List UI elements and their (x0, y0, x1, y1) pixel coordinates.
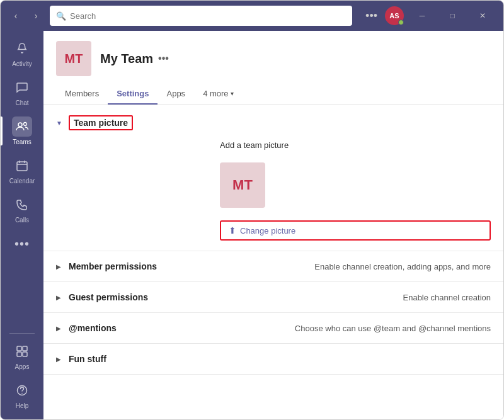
team-avatar: MT (56, 41, 91, 76)
teams-icon (12, 116, 32, 137)
team-options-button[interactable]: ••• (158, 53, 169, 64)
sidebar: Activity Chat (1, 31, 43, 419)
status-badge (398, 20, 404, 25)
svg-point-0 (18, 123, 22, 127)
expand-icon: ▶ (56, 263, 64, 270)
svg-rect-2 (17, 162, 27, 171)
upload-icon: ⬆ (229, 225, 236, 236)
sidebar-item-calls[interactable]: Calls (1, 190, 43, 229)
search-bar: 🔍 (50, 6, 352, 26)
sidebar-item-activity[interactable]: Activity (1, 33, 43, 72)
section-guest-permissions-title: Guest permissions (69, 292, 148, 302)
app-window: ‹ › 🔍 ••• AS ─ □ ✕ (0, 0, 504, 420)
help-icon (12, 380, 32, 400)
sidebar-item-apps[interactable]: Apps (1, 336, 43, 375)
tab-members[interactable]: Members (56, 84, 108, 105)
settings-panel: ▼ Team picture Add a team picture MT (43, 105, 503, 419)
nav-controls: ‹ › (7, 7, 45, 25)
team-header: MT My Team ••• Members Settings Apps 4 m… (43, 31, 503, 105)
sidebar-item-teams[interactable]: Teams (1, 111, 43, 150)
section-fun-stuff-title: Fun stuff (69, 354, 106, 364)
svg-point-1 (24, 123, 27, 126)
content-area: MT My Team ••• Members Settings Apps 4 m… (43, 31, 503, 419)
sidebar-item-calendar[interactable]: Calendar (1, 150, 43, 190)
chevron-down-icon: ▾ (231, 90, 234, 97)
section-team-picture-title: Team picture (69, 115, 133, 130)
title-bar-actions: ••• AS ─ □ ✕ (362, 6, 497, 25)
section-guest-permissions-header[interactable]: ▶ Guest permissions Enable channel creat… (43, 282, 503, 312)
search-input[interactable] (70, 11, 346, 21)
activity-icon (12, 38, 32, 59)
expand-icon: ▼ (56, 120, 64, 127)
sidebar-item-more[interactable]: ••• (1, 229, 43, 259)
tabs: Members Settings Apps 4 more ▾ (56, 84, 491, 105)
tab-settings[interactable]: Settings (108, 84, 158, 105)
calendar-icon (12, 156, 32, 176)
sidebar-item-help-label: Help (16, 402, 29, 409)
tab-apps[interactable]: Apps (158, 84, 194, 105)
team-info: MT My Team ••• (56, 41, 491, 76)
maximize-button[interactable]: □ (438, 6, 467, 25)
sidebar-item-activity-label: Activity (12, 60, 32, 67)
change-picture-button[interactable]: ⬆ Change picture (220, 220, 491, 241)
search-icon: 🔍 (56, 11, 66, 21)
expand-icon: ▶ (56, 356, 64, 363)
svg-rect-4 (23, 346, 27, 351)
more-icon: ••• (12, 234, 32, 254)
sidebar-divider (9, 333, 35, 334)
section-member-permissions-header[interactable]: ▶ Member permissions Enable channel crea… (43, 251, 503, 281)
calls-icon (12, 195, 32, 215)
svg-rect-5 (17, 352, 21, 356)
picture-preview: MT (220, 162, 265, 208)
back-button[interactable]: ‹ (7, 7, 25, 25)
sidebar-item-calls-label: Calls (15, 217, 29, 224)
section-member-permissions-title: Member permissions (69, 261, 157, 271)
section-team-picture-header[interactable]: ▼ Team picture (43, 105, 503, 140)
section-team-picture-content: Add a team picture MT ⬆ Change picture (43, 140, 503, 251)
section-guest-permissions: ▶ Guest permissions Enable channel creat… (43, 282, 503, 313)
sidebar-item-teams-label: Teams (13, 139, 31, 145)
svg-rect-3 (17, 346, 21, 351)
minimize-button[interactable]: ─ (408, 6, 437, 25)
forward-button[interactable]: › (27, 7, 45, 25)
section-fun-stuff-header[interactable]: ▶ Fun stuff (43, 344, 503, 374)
chat-icon (12, 77, 32, 98)
guest-permissions-description: Enable channel creation (403, 293, 491, 302)
mentions-description: Choose who can use @team and @channel me… (295, 324, 491, 333)
add-team-picture-label: Add a team picture (220, 140, 491, 150)
expand-icon: ▶ (56, 325, 64, 332)
section-team-picture: ▼ Team picture Add a team picture MT (43, 105, 503, 251)
section-mentions-title: @mentions (69, 323, 117, 333)
expand-icon: ▶ (56, 294, 64, 301)
section-fun-stuff: ▶ Fun stuff (43, 344, 503, 375)
sidebar-item-help[interactable]: Help (1, 375, 43, 414)
sidebar-item-apps-label: Apps (15, 363, 30, 370)
apps-icon (12, 341, 32, 361)
sidebar-item-calendar-label: Calendar (9, 178, 35, 184)
svg-rect-6 (23, 352, 27, 356)
team-picture-value-col: Add a team picture MT ⬆ Change picture (220, 140, 491, 241)
section-mentions-header[interactable]: ▶ @mentions Choose who can use @team and… (43, 313, 503, 343)
svg-point-8 (21, 393, 23, 394)
close-button[interactable]: ✕ (468, 6, 497, 25)
team-name: My Team ••• (100, 52, 169, 66)
section-mentions: ▶ @mentions Choose who can use @team and… (43, 313, 503, 344)
sidebar-item-chat[interactable]: Chat (1, 72, 43, 111)
window-controls: ─ □ ✕ (408, 6, 497, 25)
main-area: Activity Chat (1, 31, 503, 419)
tab-more[interactable]: 4 more ▾ (194, 84, 242, 105)
member-permissions-description: Enable channel creation, adding apps, an… (314, 262, 491, 271)
title-bar: ‹ › 🔍 ••• AS ─ □ ✕ (1, 1, 503, 31)
sidebar-bottom: Apps Help (1, 331, 43, 419)
team-picture-label-col (56, 140, 207, 241)
section-member-permissions: ▶ Member permissions Enable channel crea… (43, 251, 503, 282)
more-options-button[interactable]: ••• (362, 7, 381, 25)
avatar[interactable]: AS (385, 6, 404, 25)
team-picture-row: Add a team picture MT ⬆ Change picture (56, 140, 491, 241)
sidebar-item-chat-label: Chat (15, 99, 28, 106)
